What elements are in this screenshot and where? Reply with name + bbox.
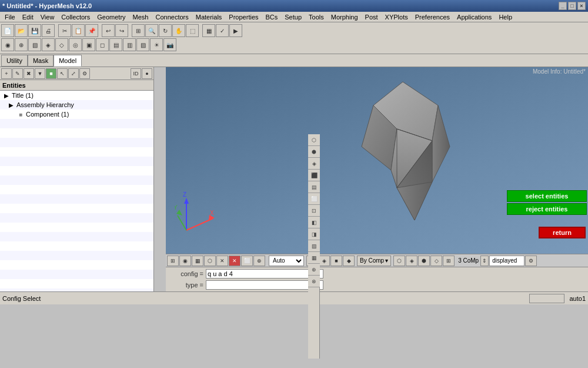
vt-btn-1[interactable]: ⬡ bbox=[308, 134, 320, 146]
col-id-btn[interactable]: ID bbox=[131, 68, 141, 79]
paste-btn[interactable]: 📌 bbox=[85, 24, 98, 37]
pan-btn[interactable]: ✋ bbox=[172, 24, 185, 37]
viewport[interactable]: Model Info: Untitled* bbox=[166, 67, 588, 254]
view2-btn[interactable]: ⊕ bbox=[15, 38, 28, 51]
menu-item-geometry[interactable]: Geometry bbox=[93, 12, 129, 22]
by-comp-btn[interactable]: By Comp ▾ bbox=[357, 256, 391, 266]
menu-item-view[interactable]: View bbox=[37, 12, 58, 22]
arrow-up-down-btn[interactable]: ⇕ bbox=[480, 256, 489, 266]
vis-btn8[interactable]: ⊕ bbox=[253, 256, 265, 266]
run-btn[interactable]: ▶ bbox=[229, 24, 242, 37]
select-btn[interactable]: ⬚ bbox=[186, 24, 199, 37]
display4-btn[interactable]: ▣ bbox=[82, 38, 95, 51]
display7-btn[interactable]: ▥ bbox=[123, 38, 136, 51]
vt-btn-12[interactable]: ⊕ bbox=[308, 264, 320, 276]
vis-btn2[interactable]: ◉ bbox=[179, 256, 191, 266]
tree-item-assembly[interactable]: ▶ Assembly Hierarchy bbox=[5, 100, 153, 110]
tree-item-component[interactable]: ■ Component (1) bbox=[5, 110, 153, 119]
col-info-btn[interactable]: ● bbox=[142, 68, 152, 79]
entity-tree[interactable]: ▶ Title (1) ▶ Assembly Hierarchy ■ Compo… bbox=[0, 91, 153, 291]
new-btn[interactable]: 📄 bbox=[1, 24, 14, 37]
create-btn[interactable]: + bbox=[1, 68, 12, 79]
tab-mask[interactable]: Mask bbox=[28, 55, 54, 67]
comp-btn[interactable]: ■ bbox=[46, 68, 56, 79]
minimize-btn[interactable]: _ bbox=[559, 2, 567, 10]
vis-btn5[interactable]: ✕ bbox=[216, 256, 228, 266]
menu-item-bcs[interactable]: BCs bbox=[262, 12, 282, 22]
vis-btn1[interactable]: ⊞ bbox=[167, 256, 179, 266]
delete-btn[interactable]: ✖ bbox=[24, 68, 34, 79]
menu-item-tools[interactable]: Tools bbox=[305, 12, 328, 22]
redo-btn[interactable]: ↪ bbox=[115, 24, 128, 37]
return-btn[interactable]: return bbox=[539, 227, 586, 238]
vis-btn4[interactable]: ⬡ bbox=[204, 256, 216, 266]
tree-item-title[interactable]: ▶ Title (1) bbox=[0, 91, 153, 100]
menu-item-collectors[interactable]: Collectors bbox=[58, 12, 93, 22]
geom-btn2[interactable]: ■ bbox=[330, 256, 342, 266]
vt-btn-4[interactable]: ⬛ bbox=[308, 170, 320, 181]
vt-btn-3[interactable]: ◈ bbox=[308, 158, 320, 170]
view3-btn[interactable]: ▧ bbox=[28, 38, 41, 51]
type-input[interactable] bbox=[206, 280, 323, 290]
tab-utility[interactable]: Utility bbox=[1, 55, 28, 67]
expand-btn[interactable]: ⤢ bbox=[68, 68, 79, 79]
geom-btn1[interactable]: ◈ bbox=[318, 256, 330, 266]
mesh-btn[interactable]: ▦ bbox=[202, 24, 215, 37]
vt-btn-10[interactable]: ▨ bbox=[308, 240, 320, 252]
vis-btn6[interactable]: ✕ bbox=[229, 256, 240, 266]
copy-btn[interactable]: 📋 bbox=[72, 24, 85, 37]
vt-btn-2[interactable]: ⬢ bbox=[308, 146, 320, 158]
select-entities-btn[interactable]: select entities bbox=[507, 190, 587, 202]
menu-item-edit[interactable]: Edit bbox=[19, 12, 37, 22]
menu-item-mesh[interactable]: Mesh bbox=[129, 12, 152, 22]
vt-btn-13[interactable]: ⊗ bbox=[308, 276, 320, 287]
settings-btn[interactable]: ⚙ bbox=[525, 256, 537, 266]
geom-btn3[interactable]: ◆ bbox=[343, 256, 355, 266]
vt-btn-9[interactable]: ◨ bbox=[308, 228, 320, 240]
rotate-btn[interactable]: ↻ bbox=[159, 24, 172, 37]
cube-btn4[interactable]: ◇ bbox=[430, 256, 442, 266]
cube-btn2[interactable]: ◈ bbox=[406, 256, 417, 266]
display5-btn[interactable]: ◻ bbox=[96, 38, 109, 51]
menu-item-morphing[interactable]: Morphing bbox=[328, 12, 362, 22]
zoom-fit-btn[interactable]: ⊞ bbox=[132, 24, 145, 37]
config-input[interactable] bbox=[206, 269, 323, 279]
menu-item-applications[interactable]: Applications bbox=[453, 12, 495, 22]
vis-btn3[interactable]: ▦ bbox=[192, 256, 203, 266]
vt-btn-5[interactable]: ▤ bbox=[308, 181, 320, 193]
print-btn[interactable]: 🖨 bbox=[42, 24, 55, 37]
menu-item-preferences[interactable]: Preferences bbox=[412, 12, 453, 22]
light-btn[interactable]: ☀ bbox=[150, 38, 163, 51]
cube-btn3[interactable]: ⬢ bbox=[418, 256, 430, 266]
vis-btn7[interactable]: ⬜ bbox=[241, 256, 253, 266]
check-btn[interactable]: ✓ bbox=[216, 24, 229, 37]
gear-btn[interactable]: ⚙ bbox=[79, 68, 90, 79]
display2-btn[interactable]: ◇ bbox=[55, 38, 68, 51]
camera-btn[interactable]: 📷 bbox=[163, 38, 176, 51]
display6-btn[interactable]: ▤ bbox=[109, 38, 122, 51]
save-btn[interactable]: 💾 bbox=[28, 24, 41, 37]
cursor-btn[interactable]: ↖ bbox=[57, 68, 68, 79]
auto-dropdown[interactable]: Auto Manual bbox=[269, 256, 304, 266]
menu-item-setup[interactable]: Setup bbox=[281, 12, 305, 22]
menu-item-file[interactable]: File bbox=[1, 12, 19, 22]
close-btn[interactable]: × bbox=[577, 2, 586, 10]
menu-item-properties[interactable]: Properties bbox=[225, 12, 262, 22]
menu-item-xyplots[interactable]: XYPlots bbox=[382, 12, 412, 22]
menu-item-post[interactable]: Post bbox=[362, 12, 382, 22]
maximize-btn[interactable]: □ bbox=[568, 2, 576, 10]
display1-btn[interactable]: ◈ bbox=[42, 38, 55, 51]
display3-btn[interactable]: ◎ bbox=[69, 38, 82, 51]
menu-item-materials[interactable]: Materials bbox=[192, 12, 226, 22]
tab-model[interactable]: Model bbox=[54, 55, 82, 67]
menu-item-help[interactable]: Help bbox=[495, 12, 516, 22]
zoom-in-btn[interactable]: 🔍 bbox=[145, 24, 158, 37]
display8-btn[interactable]: ▨ bbox=[136, 38, 149, 51]
cube-btn1[interactable]: ⬡ bbox=[393, 256, 405, 266]
vt-btn-8[interactable]: ◧ bbox=[308, 217, 320, 228]
filter-btn[interactable]: ▼ bbox=[35, 68, 45, 79]
edit-btn[interactable]: ✎ bbox=[12, 68, 23, 79]
window-controls[interactable]: _ □ × bbox=[559, 2, 586, 10]
open-btn[interactable]: 📂 bbox=[15, 24, 28, 37]
vt-btn-6[interactable]: ⬜ bbox=[308, 193, 320, 205]
